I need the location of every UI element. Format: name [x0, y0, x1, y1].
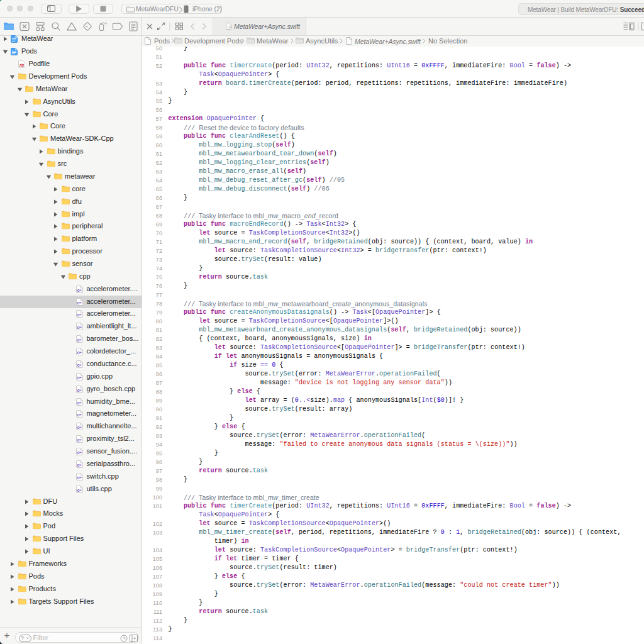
svg-text:c: c [77, 299, 79, 305]
svg-text:c: c [77, 362, 79, 368]
svg-text:c: c [77, 325, 79, 330]
svg-text:c: c [77, 375, 79, 380]
svg-text:c: c [77, 425, 79, 430]
svg-text:c: c [77, 437, 79, 443]
svg-text:c: c [77, 399, 79, 405]
svg-text:c: c [77, 350, 79, 355]
svg-text:c: c [77, 312, 79, 318]
svg-text:c: c [77, 475, 79, 480]
svg-text:c: c [77, 462, 79, 468]
svg-text:c: c [77, 487, 79, 492]
svg-text:c: c [77, 387, 79, 392]
svg-text:c: c [77, 287, 79, 292]
svg-text:c: c [77, 412, 79, 418]
svg-text:c: c [77, 450, 79, 455]
svg-text:rb: rb [19, 63, 25, 67]
svg-text:c: c [77, 337, 79, 343]
